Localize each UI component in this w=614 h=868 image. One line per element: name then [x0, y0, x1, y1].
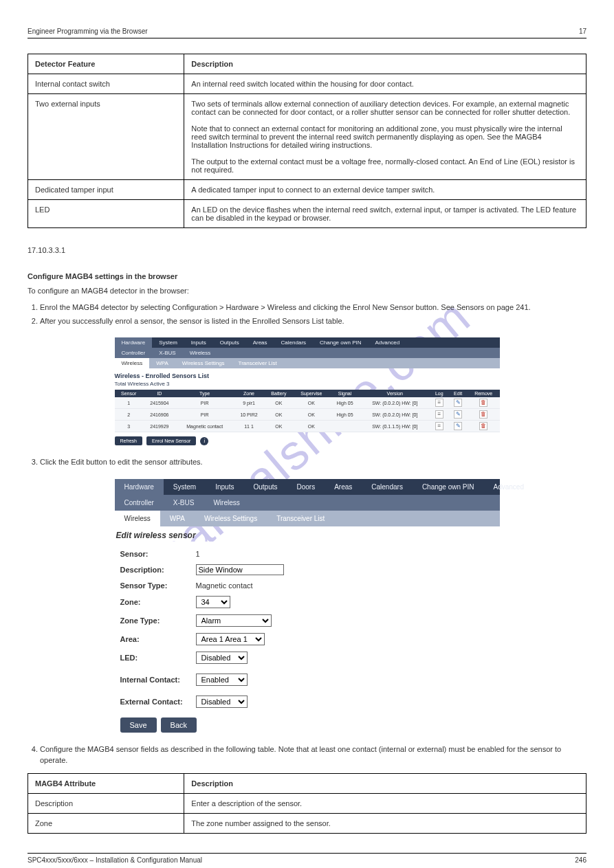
table-row: 3 2419929 Magnetic contact 11 1 OK OK SW… — [115, 421, 500, 432]
tab-areas[interactable]: Areas — [325, 479, 362, 495]
tab-calendars[interactable]: Calendars — [362, 479, 413, 495]
nav-row-2: Controller X-BUS Wireless — [115, 348, 500, 358]
step-list-cont: Click the Edit button to edit the sensor… — [40, 456, 586, 468]
internal-contact-select[interactable]: Enabled — [196, 674, 248, 686]
sensor-list-table: Sensor ID Type Zone Battery Supervise Si… — [115, 390, 500, 432]
log-icon[interactable]: ≡ — [435, 399, 443, 407]
sensor-value: 1 — [196, 550, 200, 558]
subsubtab-txlist[interactable]: Transceiver List — [267, 511, 334, 526]
zone-type-select[interactable]: Alarm — [196, 614, 272, 627]
tab-change-pin[interactable]: Change own PIN — [413, 479, 484, 495]
description-label: Description: — [120, 566, 196, 574]
enrol-button[interactable]: Enrol New Sensor — [146, 436, 196, 445]
page-footer: SPC4xxx/5xxx/6xxx – Installation & Confi… — [28, 853, 586, 864]
edit-form: Sensor: 1 Description: Sensor Type: Magn… — [115, 542, 500, 733]
tab-outputs[interactable]: Outputs — [213, 337, 246, 348]
subtab-wireless[interactable]: Wireless — [204, 495, 249, 511]
subtab-controller[interactable]: Controller — [115, 348, 153, 358]
subsubtab-wireless[interactable]: Wireless — [115, 511, 160, 526]
zone-select[interactable]: 34 — [196, 596, 230, 608]
table-row: 1 2415904 PIR 9 pir1 OK OK High 05 SW: (… — [115, 397, 500, 409]
external-contact-label: External Contact: — [120, 698, 196, 706]
header-right: 17 — [579, 27, 586, 35]
subsubtab-wpa[interactable]: WPA — [149, 358, 175, 368]
step-list-cont2: Configure the MAGB4 sensor fields as des… — [40, 744, 586, 766]
info-icon[interactable]: i — [200, 437, 208, 445]
tab-change-pin[interactable]: Change own PIN — [313, 337, 368, 348]
table-row: Zone The zone number assigned to the sen… — [28, 813, 586, 833]
remove-icon[interactable]: 🗑 — [479, 399, 487, 407]
table-row: 2 2416906 PIR 10 PIR2 OK OK High 05 SW: … — [115, 409, 500, 421]
step-list: Enrol the MAGB4 detector by selecting Co… — [40, 302, 586, 326]
save-button[interactable]: Save — [120, 717, 157, 733]
footer-left: SPC4xxx/5xxx/6xxx – Installation & Confi… — [28, 856, 202, 864]
table-row: Description Enter a description of the s… — [28, 793, 586, 813]
tab-hardware[interactable]: Hardware — [115, 337, 153, 348]
intro-text: To configure an MAGB4 detector in the br… — [28, 286, 586, 296]
back-button[interactable]: Back — [161, 717, 197, 733]
led-label: LED: — [120, 654, 196, 662]
list-item: Enrol the MAGB4 detector by selecting Co… — [40, 302, 586, 313]
page-header: Engineer Programming via the Browser 17 — [28, 0, 586, 38]
tab-inputs[interactable]: Inputs — [206, 479, 243, 495]
tab-hardware[interactable]: Hardware — [115, 479, 164, 495]
header-left: Engineer Programming via the Browser — [28, 27, 148, 35]
list-item: After you successfully enrol a sensor, t… — [40, 315, 586, 327]
external-contact-select[interactable]: Disabled — [196, 695, 248, 708]
subtab-xbus[interactable]: X-BUS — [152, 348, 182, 358]
tab-doors[interactable]: Doors — [287, 479, 325, 495]
subtab-xbus[interactable]: X-BUS — [164, 495, 204, 511]
tab-system[interactable]: System — [152, 337, 184, 348]
col-desc: Description — [184, 773, 586, 793]
zone-type-label: Zone Type: — [120, 616, 196, 625]
section-title: Configure MAGB4 settings in the browser — [28, 272, 586, 280]
tab-advanced[interactable]: Advanced — [484, 479, 534, 495]
subsubtab-wpa[interactable]: WPA — [160, 511, 195, 526]
section-number: 17.10.3.3.1 — [28, 246, 586, 254]
subsubtab-txlist[interactable]: Transceiver List — [232, 358, 284, 368]
remove-icon[interactable]: 🗑 — [479, 422, 487, 430]
edit-icon[interactable]: ✎ — [454, 399, 462, 407]
subtab-controller[interactable]: Controller — [115, 495, 164, 511]
subsubtab-wireless[interactable]: Wireless — [115, 358, 150, 368]
area-label: Area: — [120, 635, 196, 643]
col-feature: Detector Feature — [28, 54, 184, 74]
nav-row-2: Controller X-BUS Wireless — [115, 495, 500, 511]
panel-subtitle: Total Wireless Active 3 — [115, 381, 500, 390]
internal-contact-label: Internal Contact: — [120, 676, 196, 684]
tab-advanced[interactable]: Advanced — [369, 337, 407, 348]
table-row: Two external inputs Two sets of terminal… — [28, 94, 586, 180]
edit-icon[interactable]: ✎ — [454, 422, 462, 430]
tab-inputs[interactable]: Inputs — [184, 337, 213, 348]
tab-areas[interactable]: Areas — [246, 337, 274, 348]
sensor-type-label: Sensor Type: — [120, 581, 196, 590]
col-description: Description — [184, 54, 586, 74]
nav-row-3: Wireless WPA Wireless Settings Transceiv… — [115, 511, 500, 526]
footer-right: 246 — [575, 856, 586, 864]
nav-row-1: Hardware System Inputs Outputs Areas Cal… — [115, 337, 500, 348]
sensor-label: Sensor: — [120, 550, 196, 558]
led-select[interactable]: Disabled — [196, 652, 248, 664]
detector-feature-table: Detector Feature Description Internal co… — [28, 54, 586, 228]
remove-icon[interactable]: 🗑 — [479, 410, 487, 419]
area-select[interactable]: Area 1 Area 1 — [196, 633, 265, 645]
subtab-wireless[interactable]: Wireless — [183, 348, 218, 358]
list-item: Click the Edit button to edit the sensor… — [40, 456, 586, 468]
refresh-button[interactable]: Refresh — [115, 436, 143, 445]
log-icon[interactable]: ≡ — [435, 422, 443, 430]
edit-icon[interactable]: ✎ — [454, 410, 462, 419]
screenshot-edit-sensor: Hardware System Inputs Outputs Doors Are… — [115, 479, 500, 733]
edit-panel-title: Edit wireless sensor — [115, 526, 500, 542]
log-icon[interactable]: ≡ — [435, 410, 443, 419]
table-row: LED An LED on the device flashes when th… — [28, 200, 586, 228]
screenshot-sensor-list: Hardware System Inputs Outputs Areas Cal… — [115, 337, 500, 445]
tab-calendars[interactable]: Calendars — [274, 337, 313, 348]
subsubtab-wsettings[interactable]: Wireless Settings — [195, 511, 267, 526]
tab-system[interactable]: System — [164, 479, 206, 495]
tab-outputs[interactable]: Outputs — [243, 479, 287, 495]
table-row: Dedicated tamper input A dedicated tampe… — [28, 180, 586, 200]
sensor-type-value: Magnetic contact — [196, 581, 253, 590]
subsubtab-wsettings[interactable]: Wireless Settings — [175, 358, 232, 368]
list-item: Configure the MAGB4 sensor fields as des… — [40, 744, 586, 766]
description-input[interactable] — [196, 564, 284, 575]
